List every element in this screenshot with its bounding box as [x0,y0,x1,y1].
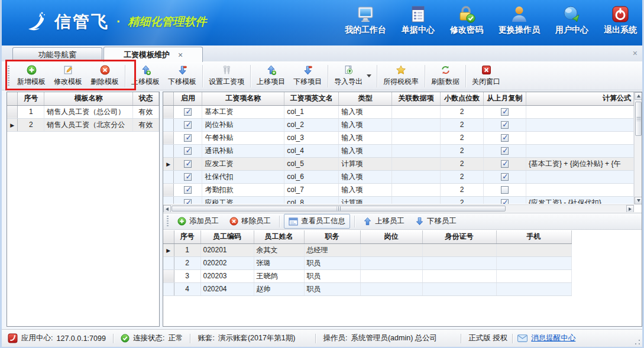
cell-decimals[interactable]: 2 [441,144,484,157]
cell-code[interactable]: 020204 [200,282,254,295]
col-header[interactable]: 工资项名称 [202,92,284,105]
cell-formula[interactable] [526,131,634,144]
cell-phone[interactable] [496,243,571,256]
cell-en-name[interactable]: col_1 [284,105,339,118]
nav-user-center[interactable]: 用户中心 [555,5,588,35]
cell-type[interactable]: 计算项 [339,157,392,170]
cell-type[interactable]: 输入项 [339,170,392,183]
import-export-button[interactable]: 导入导出 [330,63,367,89]
row-selector[interactable] [163,243,174,256]
cell-en-name[interactable]: col_8 [284,196,339,204]
cell-formula[interactable] [526,105,634,118]
hscroll-thumb[interactable] [171,206,506,212]
row-selector[interactable] [163,157,174,170]
row-selector[interactable] [163,196,174,204]
cell-name[interactable]: 余其文 [254,243,304,256]
vertical-scrollbar[interactable] [634,92,642,204]
tab-close-icon[interactable]: × [178,50,183,60]
cell-linked[interactable] [392,170,441,183]
toolbar-grip[interactable] [8,66,9,87]
cell-decimals[interactable]: 2 [441,157,484,170]
scroll-down-icon[interactable] [635,197,642,204]
cell-id[interactable] [422,243,496,256]
cell-no[interactable]: 3 [174,269,200,282]
enabled-checkbox[interactable] [184,134,192,142]
nav-change-password[interactable]: 修改密码 [450,5,483,35]
copy-prev-checkbox[interactable] [501,147,509,155]
cell-formula[interactable] [526,144,634,157]
scroll-right-icon[interactable] [626,205,634,212]
cell-decimals[interactable]: 2 [441,131,484,144]
cell-linked[interactable] [392,183,441,196]
cell-item-name[interactable]: 通讯补贴 [202,144,284,157]
set-salary-items-button[interactable]: 设置工资项 [205,63,248,89]
tab-function-nav[interactable]: 功能导航窗 [12,47,102,61]
template-row[interactable]: 1 销售人员工资（总公司） 有效 [7,105,159,118]
col-header[interactable]: 启用 [174,92,202,105]
cell-code[interactable]: 020203 [200,269,254,282]
cell-phone[interactable] [496,256,571,269]
row-selector[interactable] [163,269,174,282]
cell-item-name[interactable]: 考勤扣款 [202,183,284,196]
cell-phone[interactable] [496,269,571,282]
enabled-checkbox[interactable] [184,160,192,168]
cell-status[interactable]: 有效 [133,118,159,131]
cell-name[interactable]: 张璐 [254,256,304,269]
enabled-checkbox[interactable] [184,108,192,116]
nav-my-workspace[interactable]: 我的工作台 [345,5,386,35]
cell-post[interactable] [360,256,422,269]
col-header[interactable]: 关联数据项 [392,92,441,105]
row-selector[interactable] [163,144,174,157]
cell-id[interactable] [422,256,496,269]
cell-code[interactable]: 020202 [200,256,254,269]
cell-post[interactable] [360,269,422,282]
salary-item-row[interactable]: 通讯补贴 col_4 输入项 2 [163,144,634,157]
toolbar-grip[interactable] [167,216,169,227]
cell-en-name[interactable]: col_2 [284,118,339,131]
add-template-button[interactable]: 新增模板 [13,63,50,89]
add-employee-button[interactable]: 添加员工 [173,214,223,228]
cell-title[interactable]: 职员 [304,256,360,269]
cell-formula[interactable]: {应发工资} - {社保代扣} [526,196,634,204]
cell-type[interactable]: 输入项 [339,144,392,157]
status-message-center[interactable]: 消息提醒中心 [517,333,575,343]
copy-prev-checkbox[interactable] [501,186,509,194]
cell-decimals[interactable]: 2 [441,105,484,118]
salary-item-row[interactable]: 应发工资 col_5 计算项 2 {基本工资} + {岗位补贴} + {午 [163,157,634,170]
enabled-checkbox[interactable] [184,147,192,155]
nav-switch-operator[interactable]: 更换操作员 [499,5,540,35]
cell-title[interactable]: 总经理 [304,243,360,256]
cell-type[interactable]: 输入项 [339,105,392,118]
employee-row[interactable]: 3 020203 王晓鸽 职员 [163,269,571,282]
cell-no[interactable]: 1 [18,105,44,118]
remove-employee-button[interactable]: 移除员工 [225,214,275,228]
copy-prev-checkbox[interactable] [501,134,509,142]
row-selector[interactable] [7,105,18,118]
cell-linked[interactable] [392,118,441,131]
row-selector[interactable] [163,183,174,196]
nav-exit-system[interactable]: 退出系统 [604,5,637,35]
cell-en-name[interactable]: col_5 [284,157,339,170]
copy-prev-checkbox[interactable] [501,108,509,116]
salary-item-row[interactable]: 午餐补贴 col_3 输入项 2 [163,131,634,144]
cell-type[interactable]: 输入项 [339,118,392,131]
col-header[interactable]: 状态 [133,92,159,105]
cell-linked[interactable] [392,131,441,144]
refresh-data-button[interactable]: 刷新数据 [427,63,464,89]
cell-formula[interactable] [526,183,634,196]
enabled-checkbox[interactable] [184,199,192,204]
enabled-checkbox[interactable] [184,186,192,194]
cell-phone[interactable] [496,282,571,295]
col-header[interactable]: 小数点位数 [441,92,484,105]
col-header[interactable]: 员工编码 [200,230,254,243]
col-header[interactable]: 类型 [339,92,392,105]
employee-row[interactable]: 2 020202 张璐 职员 [163,256,571,269]
cell-en-name[interactable]: col_7 [284,183,339,196]
cell-title[interactable]: 职员 [304,282,360,295]
row-selector[interactable] [163,170,174,183]
cell-name[interactable]: 销售人员工资（北京分公 [44,118,133,131]
edit-template-button[interactable]: 修改模板 [50,63,86,89]
cell-linked[interactable] [392,196,441,204]
income-tax-rate-button[interactable]: 所得税税率 [379,63,423,89]
move-up-employee-button[interactable]: 上移员工 [359,214,409,228]
